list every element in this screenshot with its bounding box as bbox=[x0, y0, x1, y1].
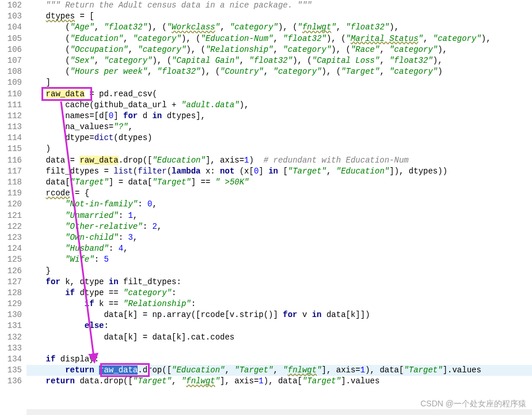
line-number: 109 bbox=[0, 77, 22, 88]
code-line[interactable]: if k == "Relationship": bbox=[26, 299, 532, 310]
line-number: 129 bbox=[0, 299, 22, 310]
line-number: 113 bbox=[0, 122, 22, 133]
line-number: 134 bbox=[0, 354, 22, 365]
line-number: 124 bbox=[0, 243, 22, 254]
code-line[interactable]: """ Return the Adult census data in a ni… bbox=[26, 0, 532, 11]
code-line[interactable]: for k, dtype in filt_dtypes: bbox=[26, 277, 532, 288]
code-line[interactable]: data["Target"] = data["Target"] == " >50… bbox=[26, 177, 532, 188]
line-number: 126 bbox=[0, 266, 22, 277]
code-line[interactable]: return data.drop(["Target", "fnlwgt"], a… bbox=[26, 376, 532, 387]
code-line[interactable]: raw_data = pd.read_csv( bbox=[26, 89, 532, 100]
line-number: 136 bbox=[0, 376, 22, 387]
code-line[interactable]: "Unmarried": 1, bbox=[26, 210, 532, 221]
line-number: 103 bbox=[0, 11, 22, 22]
code-line[interactable]: ) bbox=[26, 144, 532, 154]
code-line[interactable]: ("Hours per week", "float32"), ("Country… bbox=[26, 66, 532, 77]
code-editor[interactable]: 1021031041051061071081091101111121131141… bbox=[0, 0, 532, 415]
line-number: 114 bbox=[0, 133, 22, 144]
line-number: 115 bbox=[0, 144, 22, 154]
code-line[interactable]: names=[d[0] for d in dtypes], bbox=[26, 111, 532, 122]
code-line[interactable]: "Wife": 5 bbox=[26, 254, 532, 265]
code-line[interactable]: cache(github_data_url + "adult.data"), bbox=[26, 100, 532, 111]
line-number: 104 bbox=[0, 22, 22, 33]
line-number: 132 bbox=[0, 332, 22, 343]
line-number: 131 bbox=[0, 320, 22, 331]
code-line[interactable]: ("Education", "category"), ("Education-N… bbox=[26, 33, 532, 44]
line-number: 135 bbox=[0, 365, 22, 376]
code-line[interactable]: "Husband": 4, bbox=[26, 243, 532, 254]
code-line[interactable]: na_values="?", bbox=[26, 122, 532, 133]
code-line[interactable]: data[k] = data[k].cat.codes bbox=[26, 332, 532, 343]
code-line[interactable]: ("Sex", "category"), ("Capital Gain", "f… bbox=[26, 55, 532, 66]
line-number: 102 bbox=[0, 0, 22, 11]
line-number: 108 bbox=[0, 66, 22, 77]
code-area[interactable]: """ Return the Adult census data in a ni… bbox=[26, 0, 532, 415]
annotation-box-bottom bbox=[100, 363, 150, 377]
line-number: 123 bbox=[0, 232, 22, 243]
line-number: 118 bbox=[0, 177, 22, 188]
line-number: 106 bbox=[0, 44, 22, 55]
line-number-gutter: 1021031041051061071081091101111121131141… bbox=[0, 0, 26, 415]
line-number: 119 bbox=[0, 188, 22, 199]
watermark: CSDN @一个处女座的程序猿 bbox=[420, 399, 526, 409]
line-number: 111 bbox=[0, 100, 22, 111]
code-line[interactable]: data[k] = np.array([rcode[v.strip()] for… bbox=[26, 310, 532, 320]
code-line[interactable]: ("Age", "float32"), ("Workclass", "categ… bbox=[26, 22, 532, 33]
code-line[interactable]: filt_dtypes = list(filter(lambda x: not … bbox=[26, 166, 532, 177]
line-number: 105 bbox=[0, 33, 22, 44]
code-line[interactable]: ("Occupation", "category"), ("Relationsh… bbox=[26, 44, 532, 55]
line-number: 125 bbox=[0, 254, 22, 265]
line-number: 107 bbox=[0, 55, 22, 66]
code-line[interactable]: rcode = { bbox=[26, 188, 532, 199]
code-line[interactable] bbox=[26, 343, 532, 354]
line-number: 133 bbox=[0, 343, 22, 354]
code-line[interactable]: dtype=dict(dtypes) bbox=[26, 133, 532, 144]
line-number: 117 bbox=[0, 166, 22, 177]
annotation-box-top bbox=[41, 87, 92, 101]
horizontal-scrollbar[interactable] bbox=[26, 409, 532, 415]
code-line[interactable]: } bbox=[26, 266, 532, 277]
line-number: 127 bbox=[0, 277, 22, 288]
line-number: 110 bbox=[0, 89, 22, 100]
code-line[interactable]: else: bbox=[26, 320, 532, 331]
code-line[interactable]: "Own-child": 3, bbox=[26, 232, 532, 243]
code-line[interactable]: ] bbox=[26, 77, 532, 88]
line-number: 128 bbox=[0, 288, 22, 299]
line-number: 121 bbox=[0, 210, 22, 221]
code-line[interactable]: if dtype == "category": bbox=[26, 288, 532, 299]
line-number: 130 bbox=[0, 310, 22, 320]
line-number: 120 bbox=[0, 199, 22, 210]
code-line[interactable]: "Other-relative": 2, bbox=[26, 221, 532, 232]
code-line[interactable]: "Not-in-family": 0, bbox=[26, 199, 532, 210]
line-number: 112 bbox=[0, 111, 22, 122]
line-number: 122 bbox=[0, 221, 22, 232]
code-line[interactable]: data = raw_data.drop(["Education"], axis… bbox=[26, 155, 532, 166]
code-line[interactable]: dtypes = [ bbox=[26, 11, 532, 22]
line-number: 116 bbox=[0, 155, 22, 166]
